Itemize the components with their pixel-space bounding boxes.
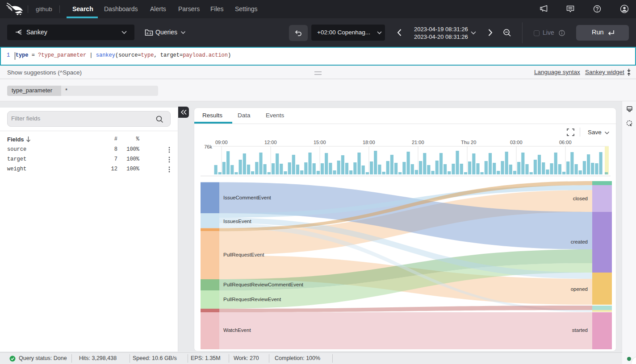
svg-text:12:00: 12:00 <box>264 140 277 145</box>
svg-text:PullRequestReviewCommentEvent: PullRequestReviewCommentEvent <box>223 282 304 287</box>
svg-text:IssueCommentEvent: IssueCommentEvent <box>223 195 272 200</box>
svg-text:closed: closed <box>573 196 588 201</box>
svg-text:Thu 20: Thu 20 <box>461 140 476 145</box>
svg-text:18:00: 18:00 <box>363 140 375 145</box>
svg-text:03:00: 03:00 <box>510 140 523 145</box>
svg-text:PullRequestReviewEvent: PullRequestReviewEvent <box>223 297 281 302</box>
svg-text:06:00: 06:00 <box>559 140 572 145</box>
svg-text:15:00: 15:00 <box>314 140 326 145</box>
svg-text:76k: 76k <box>204 144 212 149</box>
svg-text:created: created <box>571 239 588 244</box>
svg-text:21:00: 21:00 <box>412 140 424 145</box>
svg-text:PullRequestEvent: PullRequestEvent <box>223 252 264 257</box>
svg-text:started: started <box>572 327 588 333</box>
svg-text:09:00: 09:00 <box>215 140 228 145</box>
svg-text:WatchEvent: WatchEvent <box>223 327 251 333</box>
svg-text:IssuesEvent: IssuesEvent <box>223 219 251 224</box>
svg-text:opened: opened <box>571 286 588 292</box>
